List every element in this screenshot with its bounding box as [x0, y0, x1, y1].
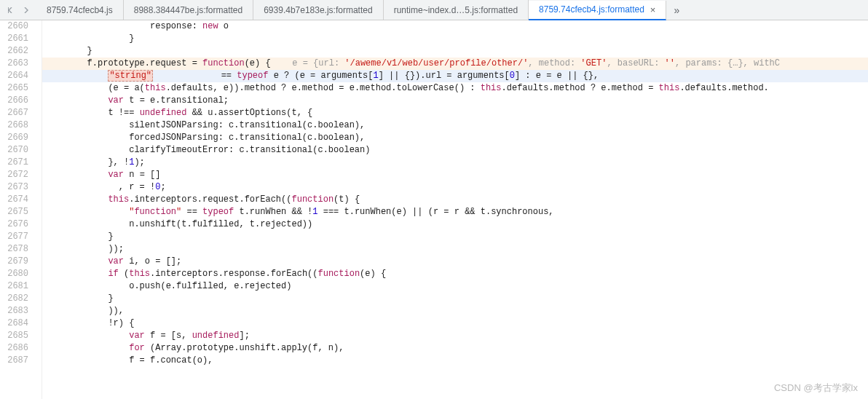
line-number: 2665 [0, 82, 28, 95]
tab-overflow-icon[interactable]: » [666, 4, 687, 16]
code-line: } [42, 231, 868, 243]
tab-file-1[interactable]: 8988.384447be.js:formatted [124, 0, 253, 20]
line-number: 2669 [0, 132, 28, 144]
code-line: clarifyTimeoutError: c.transitional(c.bo… [42, 144, 868, 157]
tab-nav-icons [0, 4, 36, 17]
code-line: var i, o = []; [42, 256, 868, 268]
tab-file-2[interactable]: 6939.4b7e183e.js:formatted [253, 0, 383, 20]
code-line: t !== undefined && u.assertOptions(t, { [42, 107, 868, 119]
code-line: var t = e.transitional; [42, 95, 868, 107]
line-number: 2687 [0, 355, 28, 367]
line-number: 2681 [0, 280, 28, 293]
code-area: 2660266126622663266426652666266726682669… [0, 20, 868, 399]
code-line: o.push(e.fulfilled, e.rejected) [42, 280, 868, 293]
code-line: n.unshift(t.fulfilled, t.rejected)) [42, 218, 868, 231]
line-number: 2666 [0, 95, 28, 107]
line-number: 2661 [0, 33, 28, 45]
line-number: 2679 [0, 256, 28, 268]
tab-label: 8759.74cfecb4.js [47, 5, 113, 15]
tab-label: 8759.74cfecb4.js:formatted [539, 4, 644, 15]
code-line: )), [42, 305, 868, 317]
line-number: 2667 [0, 107, 28, 119]
tab-file-4[interactable]: 8759.74cfecb4.js:formatted × [529, 1, 666, 20]
code-line: if (this.interceptors.response.forEach((… [42, 268, 868, 280]
code-line: var f = [s, undefined]; [42, 330, 868, 342]
tab-bar: 8759.74cfecb4.js 8988.384447be.js:format… [0, 0, 868, 20]
code-line: } [42, 293, 868, 305]
line-number: 2675 [0, 206, 28, 218]
line-number: 2664 [0, 70, 28, 82]
code-line: (e = a(this.defaults, e)).method ? e.met… [42, 82, 868, 95]
line-gutter: 2660266126622663266426652666266726682669… [0, 20, 42, 399]
line-number: 2682 [0, 293, 28, 305]
token-string-highlight: "string" [108, 70, 153, 82]
line-number: 2671 [0, 157, 28, 169]
code-line: )); [42, 243, 868, 256]
code-line: !r) { [42, 317, 868, 330]
debug-inline-hint: e = {url: '/aweme/v1/web/user/profile/ot… [275, 58, 781, 68]
line-number: 2660 [0, 20, 28, 33]
tab-label: 8988.384447be.js:formatted [134, 5, 242, 15]
svg-rect-0 [8, 7, 9, 13]
line-number: 2678 [0, 243, 28, 256]
line-number: 2674 [0, 194, 28, 206]
line-number: 2670 [0, 144, 28, 157]
tab-label: 6939.4b7e183e.js:formatted [264, 5, 372, 15]
code-line: } [42, 33, 868, 45]
line-number: 2676 [0, 218, 28, 231]
line-number: 2662 [0, 45, 28, 58]
line-number: 2680 [0, 268, 28, 280]
tab-file-0[interactable]: 8759.74cfecb4.js [36, 0, 124, 20]
code-line: this.interceptors.request.forEach((funct… [42, 194, 868, 206]
code-line: var n = [] [42, 169, 868, 181]
line-number: 2677 [0, 231, 28, 243]
close-icon[interactable]: × [650, 4, 656, 15]
line-number: 2663 [0, 58, 28, 70]
code-line: f = f.concat(o), [42, 355, 868, 367]
line-number: 2684 [0, 317, 28, 330]
code-line: silentJSONParsing: c.transitional(c.bool… [42, 119, 868, 132]
line-number: 2673 [0, 181, 28, 194]
code-line: } [42, 45, 868, 58]
code-line: "string" == typeof e ? (e = arguments[1]… [42, 70, 868, 82]
line-number [0, 367, 28, 379]
tab-scroll-left-icon[interactable] [4, 4, 17, 17]
code-line: , r = !0; [42, 181, 868, 194]
code-line: "function" == typeof t.runWhen && !1 ===… [42, 206, 868, 218]
code-content[interactable]: response: new o } } f.prototype.request … [42, 20, 868, 399]
code-line: for (Array.prototype.unshift.apply(f, n)… [42, 342, 868, 355]
line-number: 2685 [0, 330, 28, 342]
line-number: 2672 [0, 169, 28, 181]
code-line: response: new o [42, 20, 868, 33]
line-number: 2668 [0, 119, 28, 132]
tab-label: runtime~index.d…5.js:formatted [394, 5, 518, 15]
code-line: f.prototype.request = function(e) { e = … [42, 58, 868, 70]
tab-scroll-right-icon[interactable] [19, 4, 32, 17]
line-number: 2683 [0, 305, 28, 317]
code-line: }, !1); [42, 157, 868, 169]
tab-file-3[interactable]: runtime~index.d…5.js:formatted [384, 0, 529, 20]
code-line: forcedJSONParsing: c.transitional(c.bool… [42, 132, 868, 144]
line-number: 2686 [0, 342, 28, 355]
